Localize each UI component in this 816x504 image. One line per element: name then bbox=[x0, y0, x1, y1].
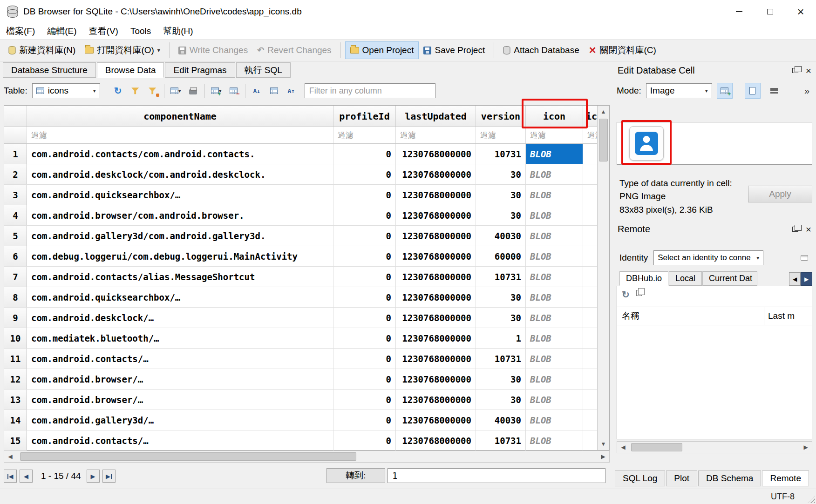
cell-icon[interactable]: BLOB bbox=[526, 410, 583, 430]
open-project-button[interactable]: Open Project bbox=[345, 41, 419, 59]
cell-version[interactable]: 1 bbox=[476, 328, 526, 348]
cell-version[interactable]: 10731 bbox=[476, 430, 526, 450]
cell-version[interactable]: 30 bbox=[476, 308, 526, 328]
cell-partial[interactable] bbox=[583, 430, 597, 450]
cell-lastupdated[interactable]: 1230768000000 bbox=[396, 430, 476, 450]
tab-edit-pragmas[interactable]: Edit Pragmas bbox=[165, 62, 235, 78]
cell-lastupdated[interactable]: 1230768000000 bbox=[396, 410, 476, 430]
cell-partial[interactable] bbox=[583, 287, 597, 307]
menu-item-tools[interactable]: Tools bbox=[124, 23, 157, 39]
word-wrap-button[interactable] bbox=[766, 83, 782, 99]
print-button[interactable] bbox=[184, 83, 202, 99]
dock-tab-plot[interactable]: Plot bbox=[666, 470, 697, 486]
cell-lastupdated[interactable]: 1230768000000 bbox=[396, 226, 476, 246]
last-page-button[interactable]: ▶ bbox=[102, 470, 116, 483]
tab-database-structure[interactable]: Database Structure bbox=[3, 62, 96, 78]
filter-input[interactable] bbox=[305, 83, 435, 98]
write-changes-button[interactable]: Write Changes bbox=[174, 42, 252, 59]
sort-asc-button[interactable]: A↓ bbox=[248, 83, 265, 99]
scroll-down-button[interactable]: ▼ bbox=[598, 438, 609, 450]
cell-profileid[interactable]: 0 bbox=[333, 267, 396, 287]
filter-conditions-button[interactable] bbox=[144, 83, 161, 99]
cell-icon[interactable]: BLOB bbox=[526, 164, 583, 184]
cell-lastupdated[interactable]: 1230768000000 bbox=[396, 144, 476, 164]
column-header-version[interactable]: version bbox=[476, 106, 526, 127]
close-button[interactable]: × bbox=[785, 0, 816, 23]
cell-version[interactable]: 30 bbox=[476, 185, 526, 205]
table-combo[interactable]: icons ▾ bbox=[32, 83, 100, 98]
cell-componentname[interactable]: com.android.contacts/… bbox=[27, 430, 333, 450]
apply-button[interactable]: Apply bbox=[748, 186, 812, 202]
cell-componentname[interactable]: com.android.browser/… bbox=[27, 369, 333, 389]
cell-profileid[interactable]: 0 bbox=[333, 410, 396, 430]
scroll-right-button[interactable]: ▶ bbox=[597, 451, 609, 462]
tab-execute-sql[interactable]: 執行 SQL bbox=[236, 62, 291, 78]
column-header-profileid[interactable]: profileId bbox=[333, 106, 396, 127]
cell-profileid[interactable]: 0 bbox=[333, 369, 396, 389]
cell-icon[interactable]: BLOB bbox=[526, 390, 583, 410]
goto-input[interactable] bbox=[388, 468, 605, 483]
cell-lastupdated[interactable]: 1230768000000 bbox=[396, 390, 476, 410]
remote-tab-current-database[interactable]: Current Dat bbox=[702, 271, 757, 286]
cell-componentname[interactable]: com.android.contacts/com.android.contact… bbox=[27, 144, 333, 164]
cell-version[interactable]: 10731 bbox=[476, 267, 526, 287]
scroll-left-button[interactable]: ◀ bbox=[4, 451, 16, 462]
sort-desc-button[interactable]: A↑ bbox=[283, 83, 300, 99]
import-data-button[interactable]: + bbox=[717, 83, 733, 99]
dock-tab-remote[interactable]: Remote bbox=[762, 470, 809, 486]
cell-componentname[interactable]: com.debug.loggerui/com.debug.loggerui.Ma… bbox=[27, 246, 333, 266]
column-header-icon[interactable]: icon bbox=[526, 106, 583, 127]
cell-profileid[interactable]: 0 bbox=[333, 430, 396, 450]
menu-item-view[interactable]: 查看(V) bbox=[83, 23, 124, 39]
identity-select[interactable]: Select an identity to conne ▾ bbox=[653, 250, 763, 265]
cell-version[interactable]: 40030 bbox=[476, 410, 526, 430]
attach-database-button[interactable]: Attach Database bbox=[498, 42, 584, 59]
cell-icon[interactable]: BLOB bbox=[526, 430, 583, 450]
cell-componentname[interactable]: com.android.quicksearchbox/… bbox=[27, 185, 333, 205]
undock-icon[interactable] bbox=[792, 227, 798, 232]
cell-version[interactable]: 60000 bbox=[476, 246, 526, 266]
cell-lastupdated[interactable]: 1230768000000 bbox=[396, 164, 476, 184]
cell-version[interactable]: 30 bbox=[476, 390, 526, 410]
new-database-button[interactable]: 新建資料庫(N) bbox=[4, 41, 80, 60]
cell-lastupdated[interactable]: 1230768000000 bbox=[396, 328, 476, 348]
cell-profileid[interactable]: 0 bbox=[333, 185, 396, 205]
menu-item-help[interactable]: 幫助(H) bbox=[157, 23, 199, 39]
filter-cell-partial[interactable]: 過濾 bbox=[583, 127, 597, 143]
hscroll-thumb[interactable] bbox=[631, 443, 682, 451]
dock-tab-db-schema[interactable]: DB Schema bbox=[698, 470, 761, 486]
filter-cell-lastupdated[interactable]: 過濾 bbox=[396, 127, 476, 143]
cell-partial[interactable] bbox=[583, 205, 597, 225]
cell-version[interactable]: 30 bbox=[476, 205, 526, 225]
cell-version[interactable]: 10731 bbox=[476, 349, 526, 369]
cell-profileid[interactable]: 0 bbox=[333, 164, 396, 184]
cell-lastupdated[interactable]: 1230768000000 bbox=[396, 205, 476, 225]
cell-version[interactable]: 30 bbox=[476, 369, 526, 389]
cell-icon[interactable]: BLOB bbox=[526, 287, 583, 307]
cell-componentname[interactable]: com.android.browser/com.android.browser. bbox=[27, 205, 333, 225]
cell-icon[interactable]: BLOB bbox=[526, 144, 583, 164]
delete-record-button[interactable]: − bbox=[225, 83, 242, 99]
dock-tab-sql-log[interactable]: SQL Log bbox=[615, 470, 665, 486]
cell-partial[interactable] bbox=[583, 328, 597, 348]
column-header-partial[interactable]: ic bbox=[583, 106, 597, 127]
filter-cell-componentname[interactable]: 過濾 bbox=[27, 127, 333, 143]
revert-changes-button[interactable]: ↶ Revert Changes bbox=[252, 42, 336, 59]
cell-icon[interactable]: BLOB bbox=[526, 185, 583, 205]
cell-icon[interactable]: BLOB bbox=[526, 226, 583, 246]
insert-record-button[interactable]: +▾ bbox=[208, 83, 225, 99]
next-page-button[interactable]: ▶ bbox=[87, 470, 100, 483]
identity-cert-button[interactable] bbox=[796, 250, 812, 266]
cell-componentname[interactable]: com.android.gallery3d/com.android.galler… bbox=[27, 226, 333, 246]
menu-item-edit[interactable]: 編輯(E) bbox=[41, 23, 82, 39]
cell-partial[interactable] bbox=[583, 246, 597, 266]
scroll-up-button[interactable]: ▲ bbox=[598, 106, 609, 118]
chevron-down-icon[interactable]: ▾ bbox=[157, 47, 160, 54]
export-table-button[interactable]: ▾ bbox=[167, 83, 184, 99]
cell-version[interactable]: 30 bbox=[476, 164, 526, 184]
column-header-lastupdated[interactable]: lastUpdated bbox=[396, 106, 476, 127]
cell-icon[interactable]: BLOB bbox=[526, 369, 583, 389]
cell-componentname[interactable]: com.android.gallery3d/… bbox=[27, 410, 333, 430]
cell-profileid[interactable]: 0 bbox=[333, 390, 396, 410]
cell-icon[interactable]: BLOB bbox=[526, 246, 583, 266]
